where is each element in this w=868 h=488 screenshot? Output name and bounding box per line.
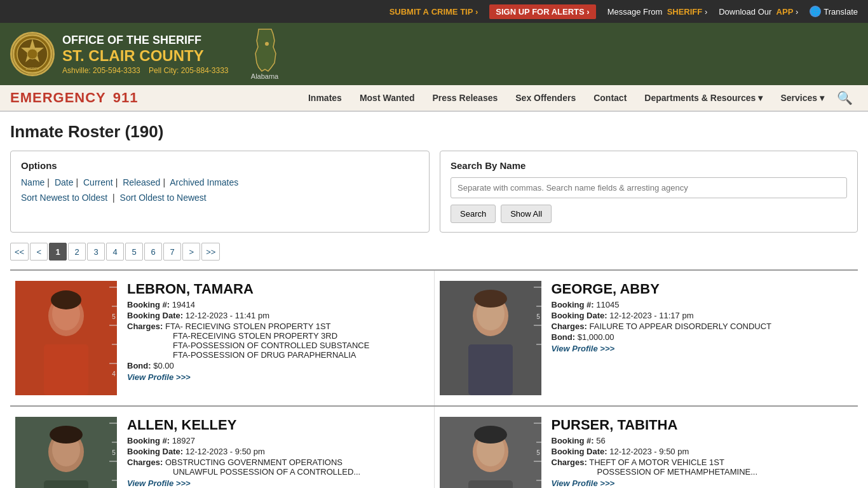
- page-6[interactable]: 6: [144, 243, 162, 261]
- sheriff-badge-icon: SHERIFF: [10, 32, 55, 76]
- search-icon: 🔍: [837, 91, 853, 105]
- svg-point-47: [474, 426, 507, 444]
- options-box: Options Name| Date| Current| Released| A…: [10, 151, 430, 233]
- county-name: ST. CLAIR COUNTY: [62, 47, 229, 65]
- inmate-card-allen: 5 ALLEN, KELLEY Booking #: 18927 Booking: [10, 407, 435, 488]
- globe-icon: 🌐: [810, 6, 821, 17]
- view-profile-george[interactable]: View Profile >>>: [552, 344, 615, 353]
- options-search-row: Options Name| Date| Current| Released| A…: [10, 151, 858, 233]
- chevron-down-icon: ▾: [758, 93, 763, 103]
- page-last[interactable]: >>: [201, 243, 220, 261]
- pagination: << < 1 2 3 4 5 6 7 > >>: [10, 243, 858, 261]
- nav-inmates[interactable]: Inmates: [301, 88, 349, 108]
- inmate-info-allen: ALLEN, KELLEY Booking #: 18927 Booking D…: [127, 417, 429, 488]
- sort-links: Sort Newest to Oldest | Sort Oldest to N…: [21, 193, 419, 203]
- inmate-info-purser: PURSER, TABITHA Booking #: 56 Booking Da…: [552, 417, 853, 488]
- charges-purser: Charges: THEFT OF A MOTOR VEHICLE 1ST PO…: [552, 458, 853, 477]
- translate-button[interactable]: 🌐 Translate: [810, 6, 858, 17]
- inmate-row-2: 5 ALLEN, KELLEY Booking #: 18927 Booking: [10, 405, 858, 488]
- mugshot-allen: 5: [15, 417, 117, 488]
- page-2[interactable]: 2: [68, 243, 86, 261]
- mugshot-george: 5: [440, 281, 541, 395]
- filter-date[interactable]: Date: [55, 177, 74, 187]
- top-banner: SUBMIT A CRIME TIP › SIGN UP FOR ALERTS …: [0, 0, 868, 23]
- booking-date-george: Booking Date: 12-12-2023 - 11:17 pm: [552, 311, 853, 320]
- download-app-link[interactable]: Download Our APP ›: [719, 7, 798, 17]
- inmate-card-george: 5 GEORGE, ABBY Booking #: 11045 Booking: [435, 271, 858, 405]
- mugshot-purser: 5: [440, 417, 541, 488]
- contact-info: Ashville: 205-594-3333 Pell City: 205-88…: [62, 66, 229, 75]
- svg-text:5: 5: [112, 449, 116, 456]
- filter-current[interactable]: Current: [83, 177, 113, 187]
- main-nav: EMERGENCY 911 Inmates Most Wanted Press …: [0, 85, 868, 112]
- filter-links: Name| Date| Current| Released| Archived …: [21, 177, 419, 187]
- page-first[interactable]: <<: [10, 243, 29, 261]
- options-heading: Options: [21, 160, 419, 171]
- booking-num-allen: Booking #: 18927: [127, 436, 429, 445]
- page-prev[interactable]: <: [30, 243, 48, 261]
- page-7[interactable]: 7: [163, 243, 181, 261]
- svg-point-17: [51, 290, 81, 309]
- crime-tip-link[interactable]: SUBMIT A CRIME TIP ›: [390, 7, 478, 17]
- booking-date-allen: Booking Date: 12-12-2023 - 9:50 pm: [127, 447, 429, 456]
- inmate-name-lebron: LEBRON, TAMARA: [127, 281, 429, 297]
- alerts-button[interactable]: SIGN UP FOR ALERTS ›: [489, 4, 595, 19]
- booking-num-purser: Booking #: 56: [552, 436, 853, 445]
- nav-press-releases[interactable]: Press Releases: [425, 88, 506, 108]
- mugshot-lebron: 5 4: [15, 281, 117, 395]
- nav-sex-offenders[interactable]: Sex Offenders: [508, 88, 583, 108]
- svg-rect-15: [44, 344, 88, 395]
- search-heading: Search By Name: [451, 160, 847, 171]
- show-all-button[interactable]: Show All: [501, 205, 552, 223]
- svg-rect-25: [468, 344, 513, 395]
- main-navigation: Inmates Most Wanted Press Releases Sex O…: [301, 88, 832, 108]
- nav-most-wanted[interactable]: Most Wanted: [352, 88, 423, 108]
- search-btn-row: Search Show All: [451, 205, 847, 223]
- page-next[interactable]: >: [182, 243, 200, 261]
- page-1[interactable]: 1: [49, 243, 67, 261]
- main-content: Inmate Roster (190) Options Name| Date| …: [0, 112, 868, 488]
- nav-contact[interactable]: Contact: [586, 88, 634, 108]
- svg-text:5: 5: [536, 449, 540, 456]
- sort-newest[interactable]: Sort Newest to Oldest: [21, 193, 107, 203]
- filter-released[interactable]: Released: [123, 177, 160, 187]
- sort-oldest[interactable]: Sort Oldest to Newest: [120, 193, 207, 203]
- page-5[interactable]: 5: [125, 243, 143, 261]
- svg-point-3: [27, 49, 37, 59]
- view-profile-allen[interactable]: View Profile >>>: [127, 478, 191, 488]
- bond-george: Bond: $1,000.00: [552, 332, 853, 342]
- inmate-row: 5 4 LEBRON, TAMARA Booking #: 19414: [10, 269, 858, 405]
- header-left: SHERIFF OFFICE OF THE SHERIFF ST. CLAIR …: [10, 28, 858, 80]
- sheriff-message-link[interactable]: Message From SHERIFF ›: [607, 7, 708, 17]
- charges-george: Charges: FAILURE TO APPEAR DISORDERLY CO…: [552, 322, 853, 331]
- svg-point-27: [474, 290, 507, 308]
- page-3[interactable]: 3: [87, 243, 105, 261]
- svg-text:SHERIFF: SHERIFF: [25, 67, 39, 71]
- filter-name[interactable]: Name: [21, 177, 44, 187]
- svg-point-5: [265, 42, 269, 46]
- search-icon-button[interactable]: 🔍: [832, 88, 858, 108]
- svg-rect-45: [468, 480, 513, 488]
- emergency-info: EMERGENCY 911: [10, 90, 138, 106]
- services-button[interactable]: Services ▾: [773, 88, 832, 108]
- office-title: OFFICE OF THE SHERIFF: [62, 34, 229, 47]
- filter-archived[interactable]: Archived Inmates: [170, 177, 238, 187]
- site-header: SHERIFF OFFICE OF THE SHERIFF ST. CLAIR …: [0, 23, 868, 85]
- state-outline: Alabama: [249, 28, 281, 80]
- office-text: OFFICE OF THE SHERIFF ST. CLAIR COUNTY A…: [62, 34, 229, 75]
- svg-text:5: 5: [536, 313, 540, 320]
- svg-text:5: 5: [112, 313, 116, 320]
- inmate-card-purser: 5 PURSER, TABITHA Booking #: 56 Booking: [435, 407, 858, 488]
- inmate-card-lebron: 5 4 LEBRON, TAMARA Booking #: 19414: [10, 271, 435, 405]
- booking-num-lebron: Booking #: 19414: [127, 300, 429, 309]
- view-profile-lebron[interactable]: View Profile >>>: [127, 372, 191, 382]
- svg-point-37: [50, 426, 83, 444]
- bond-lebron: Bond: $0.00: [127, 361, 429, 370]
- view-profile-purser[interactable]: View Profile >>>: [552, 478, 615, 488]
- search-button[interactable]: Search: [451, 205, 496, 223]
- booking-date-lebron: Booking Date: 12-12-2023 - 11:41 pm: [127, 311, 429, 320]
- departments-resources-button[interactable]: Departments & Resources ▾: [637, 88, 770, 108]
- page-4[interactable]: 4: [106, 243, 124, 261]
- charges-lebron: Charges: FTA- RECIEVING STOLEN PROPERTY …: [127, 322, 429, 360]
- search-input[interactable]: [451, 177, 847, 198]
